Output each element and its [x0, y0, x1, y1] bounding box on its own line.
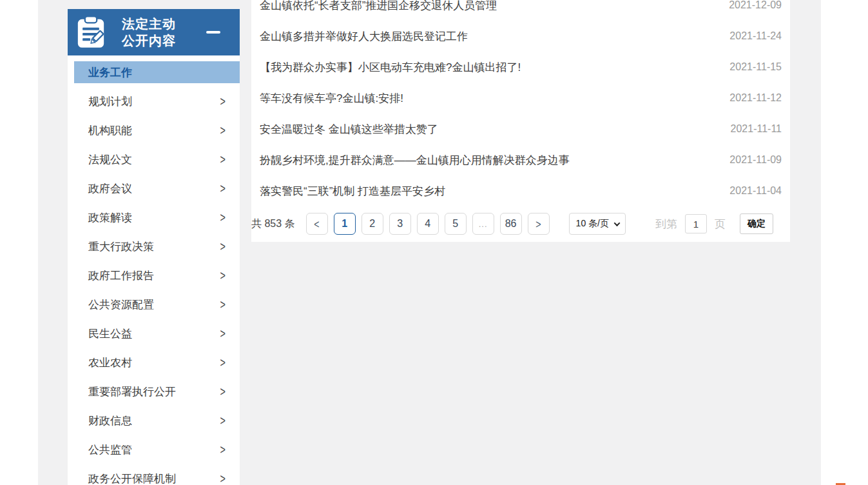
- sidebar-item[interactable]: 政策解读>: [68, 203, 240, 232]
- page-button-86[interactable]: 86: [500, 213, 522, 235]
- sidebar-title-line2: 公开内容: [122, 32, 176, 49]
- sidebar-item[interactable]: 机构职能>: [68, 116, 240, 145]
- clipboard-pencil-icon: [77, 15, 105, 49]
- news-date: 2021-11-24: [729, 30, 790, 42]
- news-row: 金山镇多措并举做好人大换届选民登记工作2021-11-24: [260, 21, 790, 52]
- page-button-4[interactable]: 4: [417, 213, 439, 235]
- chevron-right-icon: >: [220, 123, 225, 138]
- sidebar-item-label: 政府会议: [88, 181, 132, 196]
- news-date: 2021-12-09: [729, 0, 790, 11]
- chevron-right-icon: >: [535, 217, 541, 230]
- sidebar-item-label: 农业农村: [88, 355, 132, 370]
- news-row: 金山镇依托“长者支部”推进国企移交退休人员管理2021-12-09: [260, 0, 790, 21]
- sidebar-item[interactable]: 法规公文>: [68, 145, 240, 174]
- chevron-right-icon: >: [220, 181, 225, 196]
- sidebar: 法定主动 公开内容 业务工作规划计划>机构职能>法规公文>政府会议>政策解读>重…: [68, 9, 240, 485]
- sidebar-item-label: 规划计划: [88, 94, 132, 109]
- chevron-right-icon: >: [220, 384, 225, 399]
- goto-page-label: 到第: [655, 217, 677, 232]
- sidebar-item[interactable]: 政府工作报告>: [68, 261, 240, 290]
- pagination: 共 853 条 < 12345...86 > 10 条/页 到第 页 确定: [251, 213, 790, 235]
- total-count-label: 共 853 条: [251, 217, 295, 231]
- page-button-1[interactable]: 1: [334, 213, 356, 235]
- chevron-right-icon: >: [220, 442, 225, 457]
- sidebar-header: 法定主动 公开内容: [68, 9, 240, 55]
- sidebar-item-label: 机构职能: [88, 123, 132, 138]
- sidebar-item-label: 政府工作报告: [88, 268, 154, 283]
- news-date: 2021-11-04: [729, 185, 790, 197]
- sidebar-title-line1: 法定主动: [122, 15, 176, 32]
- chevron-right-icon: >: [220, 326, 225, 341]
- news-row: 安全温暖过冬 金山镇这些举措太赞了2021-11-11: [260, 114, 790, 144]
- sidebar-item[interactable]: 政务公开保障机制>: [68, 464, 240, 485]
- sidebar-item-label: 民生公益: [88, 326, 132, 341]
- sidebar-item[interactable]: 公共监管>: [68, 435, 240, 464]
- page-button-2[interactable]: 2: [362, 213, 383, 235]
- news-row: 扮靓乡村环境,提升群众满意——金山镇用心用情解决群众身边事2021-11-09: [260, 144, 790, 175]
- sidebar-item[interactable]: 民生公益>: [68, 319, 240, 348]
- chevron-down-icon: [614, 220, 621, 226]
- content-panel: 金山镇依托“长者支部”推进国企移交退休人员管理2021-12-09金山镇多措并举…: [251, 0, 790, 242]
- chevron-right-icon: >: [220, 94, 225, 109]
- chevron-right-icon: >: [220, 355, 225, 370]
- sidebar-item-label: 财政信息: [88, 413, 132, 428]
- chevron-right-icon: >: [220, 471, 225, 485]
- prev-page-button[interactable]: <: [306, 213, 328, 235]
- chevron-right-icon: >: [220, 268, 225, 283]
- sidebar-item-label: 重要部署执行公开: [88, 384, 176, 399]
- sidebar-item-label: 政务公开保障机制: [88, 471, 176, 485]
- news-date: 2021-11-11: [731, 123, 790, 135]
- chevron-right-icon: >: [220, 210, 225, 225]
- news-date: 2021-11-09: [729, 154, 790, 166]
- next-page-button[interactable]: >: [528, 213, 550, 235]
- sidebar-item[interactable]: 政府会议>: [68, 174, 240, 203]
- chevron-left-icon: <: [314, 217, 319, 230]
- page-size-select[interactable]: 10 条/页: [569, 213, 626, 235]
- sidebar-item-label: 公共监管: [88, 442, 132, 457]
- sidebar-item-label: 重大行政决策: [88, 239, 154, 254]
- confirm-button[interactable]: 确定: [740, 213, 773, 234]
- news-row: 落实警民“三联”机制 打造基层平安乡村2021-11-04: [260, 175, 790, 206]
- chevron-right-icon: >: [220, 297, 225, 312]
- chevron-right-icon: >: [220, 239, 225, 254]
- minus-icon[interactable]: [206, 31, 220, 34]
- sidebar-item-label: 业务工作: [88, 65, 132, 80]
- sidebar-title: 法定主动 公开内容: [122, 15, 176, 49]
- sidebar-item-label: 法规公文: [88, 152, 132, 167]
- sidebar-menu: 业务工作规划计划>机构职能>法规公文>政府会议>政策解读>重大行政决策>政府工作…: [68, 55, 240, 485]
- chevron-right-icon: >: [220, 413, 225, 428]
- page-size-value: 10 条/页: [576, 218, 609, 230]
- sidebar-item-label: 政策解读: [88, 210, 132, 225]
- sidebar-item[interactable]: 规划计划>: [68, 87, 240, 116]
- news-title-link[interactable]: 落实警民“三联”机制 打造基层平安乡村: [260, 184, 445, 199]
- chevron-right-icon: >: [220, 152, 225, 167]
- news-date: 2021-11-15: [729, 61, 790, 73]
- news-title-link[interactable]: 金山镇多措并举做好人大换届选民登记工作: [260, 29, 468, 44]
- page-ellipsis-button[interactable]: ...: [472, 213, 494, 235]
- sidebar-item[interactable]: 公共资源配置>: [68, 290, 240, 319]
- goto-page-input[interactable]: [685, 214, 707, 233]
- news-title-link[interactable]: 等车没有候车亭?金山镇:安排!: [260, 91, 403, 106]
- page-button-3[interactable]: 3: [389, 213, 411, 235]
- page-button-5[interactable]: 5: [445, 213, 467, 235]
- page-number-buttons: 12345...86: [334, 213, 528, 235]
- sidebar-item[interactable]: 业务工作: [74, 61, 240, 83]
- news-row: 等车没有候车亭?金山镇:安排!2021-11-12: [260, 83, 790, 114]
- news-row: 【我为群众办实事】小区电动车充电难?金山镇出招了!2021-11-15: [260, 52, 790, 83]
- news-title-link[interactable]: 安全温暖过冬 金山镇这些举措太赞了: [260, 122, 438, 137]
- news-title-link[interactable]: 扮靓乡村环境,提升群众满意——金山镇用心用情解决群众身边事: [260, 153, 570, 168]
- sidebar-item-label: 公共资源配置: [88, 297, 154, 312]
- news-title-link[interactable]: 【我为群众办实事】小区电动车充电难?金山镇出招了!: [260, 60, 521, 75]
- sidebar-item[interactable]: 重大行政决策>: [68, 232, 240, 261]
- news-list: 金山镇依托“长者支部”推进国企移交退休人员管理2021-12-09金山镇多措并举…: [260, 0, 790, 206]
- sidebar-item[interactable]: 农业农村>: [68, 348, 240, 377]
- news-title-link[interactable]: 金山镇依托“长者支部”推进国企移交退休人员管理: [260, 0, 497, 13]
- news-date: 2021-11-12: [729, 92, 790, 104]
- sidebar-item[interactable]: 重要部署执行公开>: [68, 377, 240, 406]
- goto-page-suffix: 页: [715, 217, 726, 232]
- sidebar-item[interactable]: 财政信息>: [68, 406, 240, 435]
